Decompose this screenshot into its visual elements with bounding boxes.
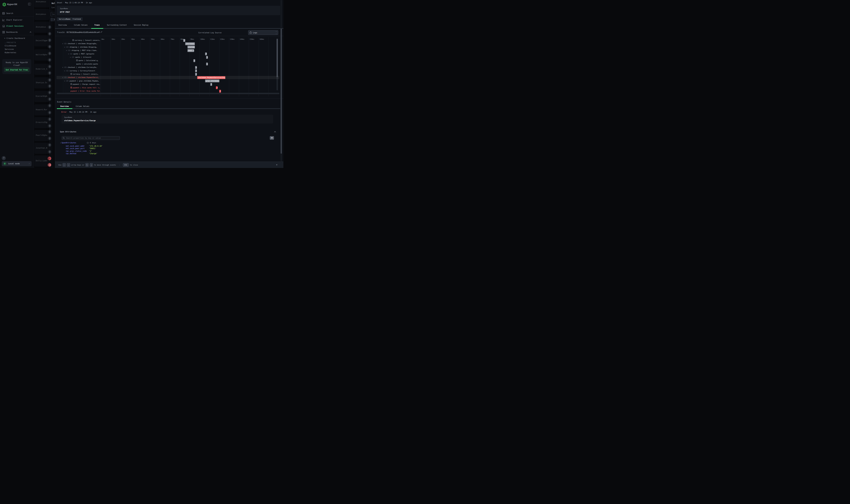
trace-tree-row[interactable]: quote | Calculated q…: [76, 59, 100, 62]
trace-tree-row[interactable]: ∨(1)currency | Currency/Convert: [64, 69, 100, 73]
trace-span-bar[interactable]: oteldem: [187, 46, 195, 49]
error-status-badge: Error: [61, 111, 67, 113]
close-icon[interactable]: ✕: [275, 163, 279, 166]
chevron-down-icon[interactable]: ∨: [64, 46, 66, 49]
trace-span-bar[interactable]: {closure}: [206, 56, 208, 59]
trace-tree-row[interactable]: ∨(1)checkout | oteldemo.CurrencySe…: [62, 66, 100, 69]
chevron-down-icon[interactable]: ∨: [70, 56, 72, 59]
span-name-card: SpanName HTTP POST: [57, 6, 280, 15]
trace-tree-row[interactable]: ∨(3)payment | grpc.oteldemo.Paymen…: [64, 79, 100, 83]
key-k: k: [86, 163, 89, 166]
trace-tree-row[interactable]: ∨(1)shipping | oteldemo.Shipping…: [64, 46, 100, 49]
timeline-tick-label: 90ms: [191, 38, 194, 40]
event-details-tab-overview[interactable]: Overview: [60, 105, 69, 107]
attribute-value[interactable]: 2: [89, 150, 92, 152]
sidebar-item-chart-explorer[interactable]: Chart Explorer: [0, 18, 34, 22]
timeline-tick-label: 70ms: [171, 38, 175, 40]
help-button[interactable]: ?: [2, 156, 6, 160]
trace-tree-row[interactable]: payment | Charge request rec…: [70, 83, 100, 86]
trace-span-bar[interactable]: Visa cache: [216, 86, 218, 89]
trace-tree-row[interactable]: payment | Error: Visa cache ful…: [70, 89, 100, 93]
attribute-key[interactable]: rpc.method: [66, 152, 89, 155]
trace-span-bar[interactable]: Charge req: [210, 83, 212, 86]
trace-tree-row[interactable]: ∨(1)shipping | POST http://quo…: [66, 49, 100, 52]
timeline-tick-label: 100ms: [200, 38, 205, 40]
attributes-search-input[interactable]: [62, 136, 120, 140]
log-source-select[interactable]: Logs ⌃⌄: [248, 30, 278, 35]
log-source-value: Logs: [253, 32, 257, 34]
sidebar-item-client-sessions[interactable]: Client Sessions: [0, 24, 34, 29]
trace-span-bar[interactable]: oteldemo.: [185, 42, 195, 45]
sidebar-item-dashboards[interactable]: Dashboards: [0, 30, 34, 35]
trace-span-bar[interactable]: oteldemo.C: [195, 66, 197, 69]
sidebar-preset-services[interactable]: Services: [5, 48, 14, 50]
chevron-down-icon[interactable]: ∨: [62, 42, 64, 46]
attribute-key[interactable]: net.sock.peer.port: [66, 147, 89, 149]
attribute-key[interactable]: net.sock.peer.addr: [66, 145, 89, 147]
trace-span-bar[interactable]: Convert: [195, 73, 197, 76]
chevron-down-icon[interactable]: ∨: [66, 49, 68, 52]
span-child-count: (1): [66, 70, 70, 72]
event-details-tab-column-values[interactable]: Column Values: [76, 105, 89, 107]
user-mode-label: Local mode: [8, 163, 20, 165]
trace-span-bar[interactable]: Calculated: [194, 59, 195, 62]
get-started-button[interactable]: Get Started for Free: [4, 68, 30, 72]
chevron-down-icon[interactable]: ∨: [64, 79, 66, 83]
span-label: checkout | oteldemo.CurrencySe…: [68, 67, 97, 68]
attributes-settings-button[interactable]: ⚙: [270, 136, 274, 140]
tab-session-replay[interactable]: Session Replay: [134, 24, 148, 26]
trace-tree-row[interactable]: currency | Convert convers…: [70, 73, 100, 76]
trace-tree-row[interactable]: currency | Convert convers…: [72, 39, 100, 42]
trace-tree-row[interactable]: ∨(1)quote | POST /getquote: [68, 52, 100, 56]
service-name-chip[interactable]: ServiceName: frontend: [57, 17, 83, 21]
trace-span-bar[interactable]: POST: [205, 53, 207, 55]
create-dashboard-button[interactable]: + Create Dashboard: [4, 37, 25, 39]
attribute-key[interactable]: rpc.grpc.status_code: [66, 150, 89, 152]
chevron-down-icon[interactable]: ∨: [68, 52, 70, 56]
trace-span-bar[interactable]: Convert: [183, 39, 185, 42]
trace-span-bar[interactable]: calculate: [206, 62, 208, 66]
sidebar-preset-clickhouse[interactable]: Clickhouse: [5, 44, 16, 47]
trace-span-bar[interactable]: Error: Vis: [219, 90, 221, 93]
select-caret-icon: ⌃⌄: [276, 31, 276, 34]
waterfall-scrollbar-thumb[interactable]: [276, 39, 278, 77]
tab-trace[interactable]: Trace: [94, 24, 100, 26]
search-icon: [63, 137, 65, 139]
logo[interactable]: HyperDX: [0, 2, 34, 7]
trace-span-bar[interactable]: POST h: [187, 49, 194, 52]
sidebar-preset-kubernetes[interactable]: Kubernetes: [5, 51, 16, 54]
presets-toggle[interactable]: ⌄ PRESETS: [5, 41, 16, 43]
sidebar-collapse-icon[interactable]: [28, 3, 31, 5]
sidebar-item-search[interactable]: Search: [0, 11, 34, 16]
attribute-value[interactable]: 172.28.0.10: [89, 145, 103, 147]
collapse-section-icon[interactable]: [274, 131, 276, 132]
edit-icon[interactable]: [101, 31, 102, 33]
timeline-tick-label: 20ms: [121, 38, 125, 40]
trace-tree-row[interactable]: quote | calculate-quote: [76, 62, 100, 66]
laptop-icon: [2, 25, 5, 28]
chevron-down-icon[interactable]: ∨: [64, 69, 66, 73]
trace-tree-row[interactable]: ∨(2)quote | {closure}: [70, 56, 100, 59]
key-arrow-left: ←: [62, 163, 66, 166]
attributes-root-row[interactable]: ▾SpanAttributes: [60, 142, 76, 144]
trace-span-bar[interactable]: oteldemo.PaymentService/Char: [197, 76, 225, 79]
tab-overview[interactable]: Overview: [58, 24, 67, 26]
attribute-value[interactable]: Charge: [89, 152, 97, 155]
event-details-heading: Event Details: [57, 101, 71, 103]
trace-tree-row[interactable]: ∨(1)checkout | oteldemo.PaymentServi…: [62, 76, 100, 79]
trace-span-bar[interactable]: grpc.oteldemo.: [205, 79, 219, 82]
trace-tree-row[interactable]: ∨(1)checkout | oteldemo.ShippingSe…: [62, 42, 100, 46]
span-label: quote | POST /getquote: [73, 53, 94, 55]
timeline-gridline: [170, 37, 170, 96]
trace-tree-row[interactable]: payment | Visa cache full: c…: [70, 86, 100, 89]
trace-span-bar[interactable]: Currency/C: [195, 69, 197, 72]
tab-surrounding-context[interactable]: Surrounding Context: [107, 24, 127, 26]
modal-scrollbar-thumb[interactable]: [281, 29, 282, 154]
attribute-value[interactable]: 50051: [89, 147, 96, 149]
timeline-tick-label: 60ms: [161, 38, 165, 40]
chevron-down-icon[interactable]: ∨: [62, 66, 64, 69]
tab-column-values[interactable]: Column Values: [74, 24, 88, 26]
waterfall-horizontal-scrollbar[interactable]: [57, 93, 279, 94]
chevron-down-icon[interactable]: ∨: [62, 76, 64, 79]
user-menu[interactable]: U Local mode ›: [2, 161, 32, 166]
